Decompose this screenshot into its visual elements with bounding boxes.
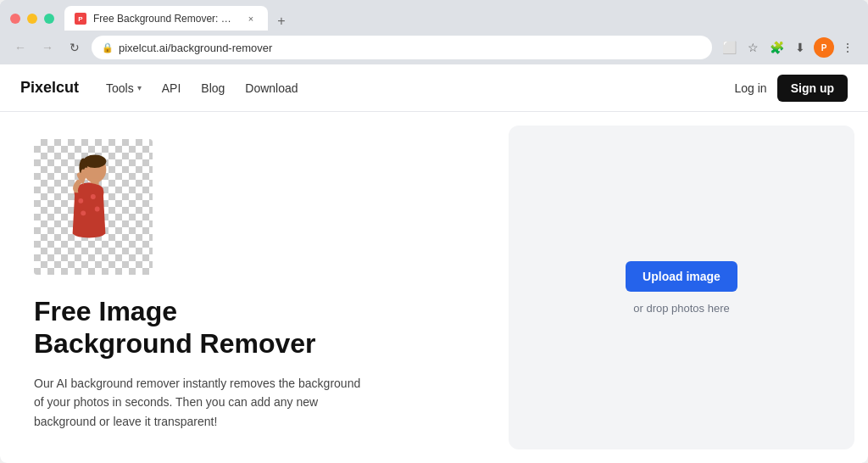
nav-blog[interactable]: Blog [201,81,225,95]
site-nav: Pixelcut Tools ▾ API Blog Download Log i… [0,64,868,112]
person-image [51,143,127,275]
svg-point-6 [91,194,96,199]
refresh-button[interactable]: ↻ [64,37,85,58]
page-content: Pixelcut Tools ▾ API Blog Download Log i… [0,64,868,463]
download-icon[interactable]: ⬇ [790,37,810,58]
cast-icon[interactable]: ⬜ [719,37,739,58]
svg-point-5 [78,198,83,204]
nav-download[interactable]: Download [245,81,298,95]
forward-button[interactable]: → [37,37,58,58]
nav-links: Tools ▾ API Blog Download [106,81,734,95]
browser-window: P Free Background Remover: Re... × + ← →… [0,0,868,463]
tab-close-button[interactable]: × [244,12,258,25]
security-lock-icon: 🔒 [102,42,114,53]
maximize-window-button[interactable] [44,14,54,24]
nav-api-label: API [162,81,181,95]
svg-point-8 [81,210,86,215]
main-content: Free Image Background Remover Our AI bac… [0,112,868,463]
window-controls [10,14,54,24]
close-window-button[interactable] [10,14,20,24]
signup-button[interactable]: Sign up [777,75,848,102]
nav-blog-label: Blog [201,81,225,95]
left-section: Free Image Background Remover Our AI bac… [0,112,495,463]
nav-api[interactable]: API [162,81,181,95]
menu-icon[interactable]: ⋮ [837,37,858,58]
hero-title: Free Image Background Remover [34,295,461,360]
minimize-window-button[interactable] [27,14,37,24]
tab-favicon: P [75,13,86,25]
nav-auth: Log in Sign up [735,75,848,102]
title-bar: P Free Background Remover: Re... × + [0,0,868,31]
browser-toolbar: ← → ↻ 🔒 pixelcut.ai/background-remover ⬜… [0,31,868,64]
drop-hint-text: or drop photos here [633,302,729,315]
svg-point-7 [95,207,100,212]
upload-image-button[interactable]: Upload image [626,261,737,292]
profile-icon[interactable]: P [814,37,834,58]
address-bar[interactable]: 🔒 pixelcut.ai/background-remover [92,36,712,59]
toolbar-actions: ⬜ ☆ 🧩 ⬇ P ⋮ [719,37,858,58]
nav-download-label: Download [245,81,298,95]
new-tab-button[interactable]: + [271,11,292,31]
url-text: pixelcut.ai/background-remover [119,42,272,54]
nav-tools-label: Tools [106,81,134,95]
site-logo: Pixelcut [20,79,79,97]
nav-tools[interactable]: Tools ▾ [106,81,142,95]
chevron-down-icon: ▾ [137,83,142,92]
right-section: Upload image or drop photos here [495,112,868,463]
back-button[interactable]: ← [10,37,31,58]
hero-description: Our AI background remover instantly remo… [34,374,373,431]
hero-image [34,139,153,275]
tab-title: Free Background Remover: Re... [93,13,237,25]
active-tab[interactable]: P Free Background Remover: Re... × [64,6,268,31]
extension-icon[interactable]: 🧩 [766,37,787,58]
login-button[interactable]: Log in [735,81,767,95]
tabs-bar: P Free Background Remover: Re... × + [64,6,858,31]
upload-drop-zone[interactable]: Upload image or drop photos here [509,126,854,449]
bookmark-icon[interactable]: ☆ [743,37,763,58]
